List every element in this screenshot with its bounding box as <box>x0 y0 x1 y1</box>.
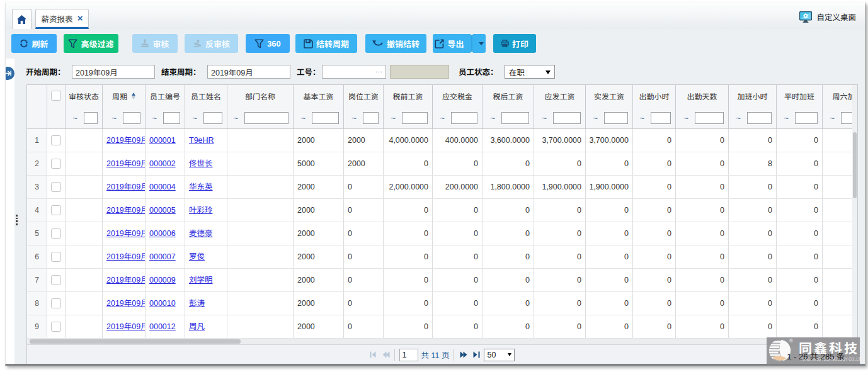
row-checkbox[interactable] <box>51 205 61 215</box>
carry-period-button[interactable]: 结转周期 <box>295 34 357 53</box>
table-row[interactable]: 32019年09月000004华东英200002,000.0000200.000… <box>27 176 852 199</box>
column-header-afterTax[interactable]: 税后工资~ <box>483 85 534 129</box>
filter-operator[interactable]: ~ <box>391 113 396 123</box>
column-filter-input-dept[interactable] <box>244 112 288 124</box>
undo-carry-button[interactable]: 撤销结转 <box>365 34 426 53</box>
vertical-scrollbar[interactable] <box>852 85 857 339</box>
cell-link-empNo[interactable]: 000009 <box>149 276 176 285</box>
last-page-icon[interactable] <box>473 351 480 358</box>
cell-link-period[interactable]: 2019年09月 <box>106 159 146 168</box>
cell-link-empNo[interactable]: 000004 <box>149 183 176 191</box>
tab-home[interactable] <box>12 9 31 29</box>
column-filter-input-payable[interactable] <box>553 112 581 124</box>
cell-link-period[interactable]: 2019年09月 <box>106 136 146 145</box>
column-filter-input-otHours[interactable] <box>747 112 772 124</box>
page-size-select[interactable]: 50 <box>484 349 515 361</box>
column-filter-input-postSalary[interactable] <box>363 112 379 124</box>
print-button[interactable]: 打印 <box>493 34 536 53</box>
cell-link-empName[interactable]: 麦德豪 <box>189 229 213 238</box>
cell-link-empName[interactable]: 佟世长 <box>189 159 213 168</box>
row-checkbox[interactable] <box>51 228 61 239</box>
splitter-drag-handle[interactable] <box>16 215 18 226</box>
row-checkbox[interactable] <box>51 275 61 285</box>
column-header-period[interactable]: 周期~ <box>103 85 146 129</box>
cell-link-period[interactable]: 2019年09月 <box>106 229 146 238</box>
column-header-dept[interactable]: 部门名称~ <box>227 85 294 129</box>
end-period-input[interactable] <box>207 65 290 79</box>
column-header-attendDays[interactable]: 出勤天数~ <box>676 85 729 129</box>
tab-close-icon[interactable]: × <box>77 15 83 21</box>
cell-link-period[interactable]: 2019年09月 <box>106 322 146 331</box>
column-filter-input-preTax[interactable] <box>402 112 428 124</box>
filter-operator[interactable]: ~ <box>111 113 117 123</box>
filter-operator[interactable]: ~ <box>830 113 835 123</box>
cell-link-period[interactable]: 2019年09月 <box>106 276 146 285</box>
column-filter-input-baseSalary[interactable] <box>312 112 339 124</box>
cell-link-empName[interactable]: 罗俊 <box>189 252 205 261</box>
export-button[interactable]: 导出 <box>433 34 486 53</box>
start-period-input[interactable] <box>72 65 155 79</box>
filter-operator[interactable]: ~ <box>593 113 598 123</box>
row-checkbox[interactable] <box>51 252 61 262</box>
table-row[interactable]: 42019年09月000005叶彩玲200000000000000 <box>27 199 852 222</box>
tab-salary-report[interactable]: 薪资报表 × <box>35 9 89 29</box>
cell-link-period[interactable]: 2019年09月 <box>106 252 146 261</box>
cell-link-period[interactable]: 2019年09月 <box>106 299 146 308</box>
table-row[interactable]: 62019年09月000007罗俊200000000000000 <box>27 245 852 269</box>
cell-link-empNo[interactable]: 000010 <box>149 299 176 308</box>
column-header-payable[interactable]: 应发工资~ <box>534 85 586 129</box>
column-header-otHours[interactable]: 加班小时~ <box>729 85 777 129</box>
emp-status-select[interactable]: 在职 <box>505 65 555 79</box>
row-checkbox[interactable] <box>51 298 61 308</box>
cell-link-empNo[interactable]: 000012 <box>149 322 176 331</box>
cell-link-empNo[interactable]: 000006 <box>149 229 176 238</box>
filter-operator[interactable]: ~ <box>192 113 197 123</box>
column-filter-input-period[interactable] <box>123 112 140 124</box>
filter-operator[interactable]: ~ <box>72 113 77 123</box>
cell-link-empNo[interactable]: 000005 <box>149 206 176 215</box>
filter-operator[interactable]: ~ <box>683 113 688 123</box>
custom-desktop-button[interactable]: 自定义桌面 <box>799 11 856 23</box>
filter-operator[interactable]: ~ <box>300 113 306 123</box>
filter-operator[interactable]: ~ <box>490 113 495 123</box>
filter-operator[interactable]: ~ <box>736 113 741 123</box>
column-filter-input-auditState[interactable] <box>84 112 98 124</box>
table-row[interactable]: 12019年09月000001T9eHR200020004,000.000040… <box>27 129 852 152</box>
cell-link-empNo[interactable]: 000007 <box>149 252 176 261</box>
filter-operator[interactable]: ~ <box>233 113 238 123</box>
column-header-attendHours[interactable]: 出勤小时~ <box>633 85 676 129</box>
column-filter-input-afterTax[interactable] <box>501 112 529 124</box>
sort-asc-icon[interactable] <box>132 93 135 96</box>
row-checkbox[interactable] <box>51 322 61 332</box>
cell-link-empName[interactable]: 刘学明 <box>189 276 213 285</box>
column-header-empNo[interactable]: 员工编号~ <box>146 85 185 129</box>
cell-link-empName[interactable]: 彭涛 <box>189 299 205 308</box>
vertical-scrollbar-thumb[interactable] <box>853 132 857 198</box>
column-header-tax[interactable]: 应交税金~ <box>433 85 483 129</box>
caret-down-icon[interactable] <box>479 42 484 48</box>
column-filter-input-attendHours[interactable] <box>651 112 671 124</box>
column-header-postSalary[interactable]: 岗位工资~ <box>344 85 384 129</box>
deg360-button[interactable]: 360 <box>246 34 290 53</box>
sort-desc-icon[interactable] <box>132 96 135 99</box>
column-header-preTax[interactable]: 税前工资~ <box>384 85 433 129</box>
column-header-weekdayOt[interactable]: 平时加班~ <box>777 85 823 129</box>
column-header-actualPay[interactable]: 实发工资~ <box>586 85 633 129</box>
cell-link-period[interactable]: 2019年09月 <box>106 183 146 191</box>
row-checkbox[interactable] <box>51 135 61 145</box>
cell-link-empNo[interactable]: 000002 <box>149 159 176 168</box>
table-row[interactable]: 22019年09月000002佟世长500020000000000800 <box>27 152 852 176</box>
column-header-empName[interactable]: 员工姓名~ <box>185 85 227 129</box>
column-filter-input-empNo[interactable] <box>163 112 180 124</box>
row-checkbox[interactable] <box>51 159 61 169</box>
column-header-auditState[interactable]: 审核状态~ <box>66 85 103 129</box>
adv-filter-button[interactable]: 高级过滤 <box>64 34 118 53</box>
row-checkbox[interactable] <box>51 182 61 192</box>
column-filter-input-attendDays[interactable] <box>695 112 724 124</box>
sidebar-expand-button[interactable] <box>5 67 14 80</box>
cell-link-empName[interactable]: T9eHR <box>189 136 214 145</box>
cell-link-empNo[interactable]: 000001 <box>149 136 176 145</box>
table-row[interactable]: 92019年09月000012周凡200000000000000 <box>27 315 852 339</box>
column-filter-input-actualPay[interactable] <box>604 112 628 124</box>
page-number-input[interactable] <box>399 349 418 361</box>
